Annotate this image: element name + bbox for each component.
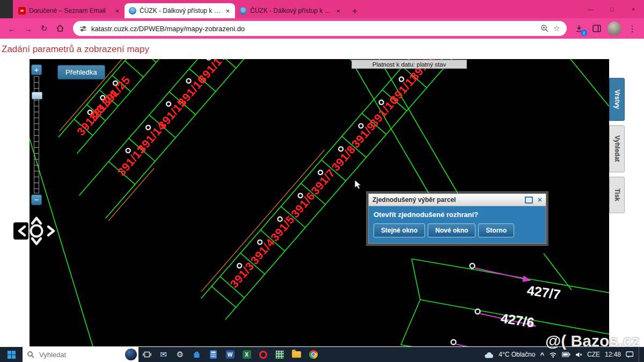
- tab-close-icon[interactable]: ×: [224, 8, 231, 15]
- forward-button[interactable]: →: [20, 21, 35, 36]
- url-text: katastr.cuzk.cz/DPWEB/mapy/mapy-zobrazen…: [91, 25, 536, 33]
- side-tab-vrstvy[interactable]: Vrstvy: [609, 78, 625, 121]
- gear-icon: ⚙: [177, 350, 184, 359]
- close-button[interactable]: ×: [623, 0, 644, 18]
- side-panel-icon: [592, 25, 601, 32]
- navigation-bar: ← → ↻ katastr.cuzk.cz/DPWEB/mapy/mapy-zo…: [0, 18, 644, 39]
- start-button[interactable]: [0, 347, 23, 362]
- tray-expand-icon[interactable]: ^: [540, 351, 544, 359]
- maximize-button[interactable]: □: [601, 0, 623, 18]
- excel-app-button[interactable]: X: [238, 347, 255, 362]
- tab-close-icon[interactable]: ×: [335, 8, 341, 15]
- search-input[interactable]: [38, 350, 105, 359]
- bazos-watermark: @( Bazos.cz: [545, 332, 640, 350]
- volume-icon[interactable]: [575, 352, 582, 358]
- bookmark-star-icon[interactable]: ☆: [553, 24, 560, 33]
- dialog-question: Otevřít zjednodušené rozhraní?: [374, 211, 543, 219]
- parcel-band-b: 391/13 391/14 391/15 391/16 391/17: [79, 59, 277, 221]
- zoom-in-button[interactable]: +: [31, 64, 42, 75]
- tab-title: Doručené – Seznam Email: [29, 7, 111, 15]
- tab-cuzk-map[interactable]: ČÚZK - Dálkový přístup k údajů ×: [125, 3, 235, 18]
- language-indicator[interactable]: CZE: [587, 351, 600, 358]
- zoom-out-button[interactable]: −: [31, 194, 42, 205]
- cancel-button[interactable]: Storno: [478, 223, 514, 237]
- home-button[interactable]: [53, 21, 68, 36]
- battery-icon[interactable]: [562, 352, 570, 357]
- parcel-selection-dialog: Zjednodušený výběr parcel × Otevřít zjed…: [368, 193, 546, 244]
- parcel-label-white: 427/7: [526, 283, 561, 302]
- dialog-title-bar[interactable]: Zjednodušený výběr parcel ×: [369, 194, 546, 206]
- validity-status-bar: Platnost k datu: platný stav: [352, 60, 467, 69]
- task-view-button[interactable]: [138, 347, 155, 362]
- zoom-slider-track[interactable]: [34, 76, 39, 193]
- weather-text[interactable]: 4°C Oblačno: [499, 351, 535, 358]
- cuzk-favicon: [239, 7, 247, 15]
- clock[interactable]: 12:48: [605, 351, 621, 358]
- tab-strip: ✉ Doručené – Seznam Email × ČÚZK - Dálko…: [0, 0, 644, 18]
- search-highlight-image[interactable]: [125, 349, 137, 360]
- home-icon: [56, 24, 64, 33]
- side-panel-button[interactable]: [589, 21, 604, 36]
- chrome-app-button[interactable]: [305, 347, 321, 362]
- opera-icon: [259, 351, 267, 359]
- parcel-label: 391/17: [195, 59, 228, 85]
- pan-down-arrow[interactable]: [32, 238, 41, 244]
- dialog-body: Otevřít zjednodušené rozhraní? Stejné ok…: [369, 206, 546, 243]
- store-bag-icon: [193, 351, 201, 359]
- side-tab-tisk[interactable]: Tisk: [609, 177, 625, 213]
- side-tab-vyhledat[interactable]: Vyhledat: [609, 125, 625, 172]
- mail-icon: ✉: [160, 350, 167, 359]
- calculator-icon: [210, 350, 217, 359]
- new-window-button[interactable]: Nové okno: [428, 223, 475, 237]
- word-icon: W: [226, 350, 235, 359]
- file-explorer-button[interactable]: [288, 347, 305, 362]
- zoom-slider-thumb[interactable]: [32, 92, 42, 99]
- grid-app-icon: [276, 351, 284, 359]
- taskbar-search[interactable]: [23, 347, 138, 362]
- search-icon: [27, 351, 34, 358]
- zoom-indicator-icon[interactable]: [540, 24, 549, 33]
- browser-menu-button[interactable]: ⋮: [625, 24, 640, 34]
- browser-window: ✉ Doručené – Seznam Email × ČÚZK - Dálko…: [0, 0, 644, 362]
- site-info-icon[interactable]: [79, 25, 87, 32]
- profile-avatar[interactable]: [608, 21, 621, 35]
- page-content: Zadání parametrů a zobrazení mapy: [0, 39, 644, 347]
- parcel-label-white: 427/6: [500, 310, 535, 330]
- overview-map-button[interactable]: Přehledka: [57, 65, 105, 79]
- word-app-button[interactable]: W: [222, 347, 238, 362]
- pan-right-arrow[interactable]: [48, 227, 54, 235]
- calculator-app-button[interactable]: [205, 347, 222, 362]
- settings-app-button[interactable]: ⚙: [172, 347, 188, 362]
- action-center-icon[interactable]: [626, 351, 634, 358]
- seznam-favicon: ✉: [18, 7, 26, 15]
- task-view-icon: [143, 351, 151, 358]
- page-title: Zadání parametrů a zobrazení mapy: [0, 39, 644, 55]
- folder-icon: [292, 351, 301, 358]
- address-bar[interactable]: katastr.cuzk.cz/DPWEB/mapy/mapy-zobrazen…: [73, 21, 567, 36]
- window-controls: — □ ×: [580, 0, 644, 18]
- mail-app-button[interactable]: ✉: [155, 347, 172, 362]
- tab-title: ČÚZK - Dálkový přístup k údajů: [140, 7, 221, 15]
- store-app-button[interactable]: [188, 347, 205, 362]
- back-button[interactable]: ←: [4, 21, 19, 36]
- tab-seznam-email[interactable]: ✉ Doručené – Seznam Email ×: [14, 3, 125, 18]
- wifi-icon[interactable]: [549, 351, 557, 358]
- downloads-button[interactable]: 2: [572, 21, 586, 35]
- tab-cuzk-2[interactable]: ČÚZK - Dálkový přístup k údajů ×: [235, 3, 346, 18]
- parcel-band-middle: 391/3 391/4 391/5 391/6 391/7 391/8 391/…: [198, 59, 469, 320]
- new-tab-button[interactable]: +: [348, 4, 362, 18]
- reload-button[interactable]: ↻: [36, 21, 52, 36]
- same-window-button[interactable]: Stejné okno: [374, 223, 425, 237]
- dialog-close-icon[interactable]: ×: [538, 196, 542, 204]
- grid-app-button[interactable]: [272, 347, 288, 362]
- mouse-cursor: [354, 179, 363, 190]
- minimize-button[interactable]: —: [580, 0, 601, 18]
- tab-close-icon[interactable]: ×: [114, 8, 120, 15]
- pan-up-arrow[interactable]: [32, 218, 41, 223]
- pan-center-button[interactable]: [31, 226, 42, 237]
- toolbar-right: 2 ⋮: [572, 21, 640, 36]
- opera-app-button[interactable]: [255, 347, 272, 362]
- cuzk-favicon: [129, 7, 136, 15]
- dialog-maximize-icon[interactable]: [525, 197, 533, 204]
- pan-control[interactable]: [12, 209, 61, 255]
